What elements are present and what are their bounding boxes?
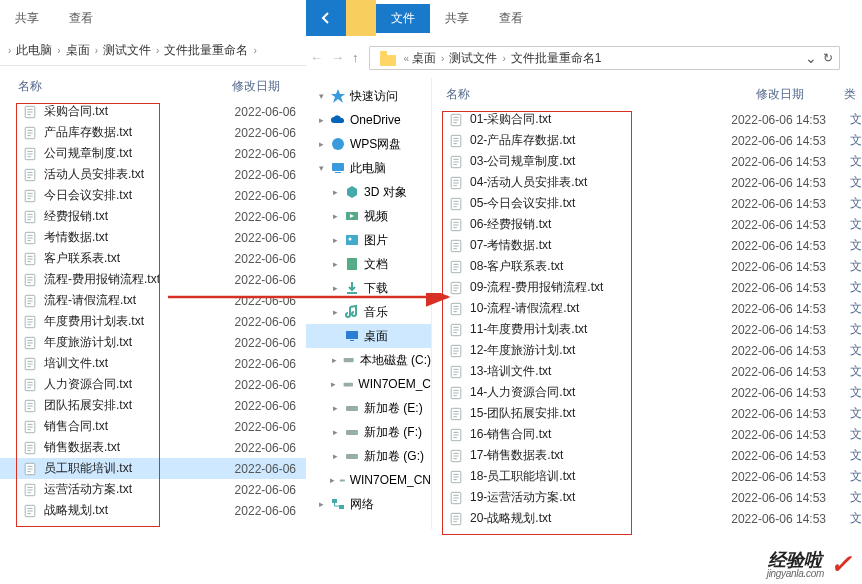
file-row[interactable]: 10-流程-请假流程.txt2022-06-06 14:53文 bbox=[432, 298, 862, 319]
expand-icon[interactable]: ▸ bbox=[330, 187, 340, 197]
breadcrumb-right[interactable]: « 桌面 › 测试文件 › 文件批量重命名1 ⌄ ↻ bbox=[369, 46, 841, 70]
expand-icon[interactable]: ▸ bbox=[330, 403, 340, 413]
tree-item-pc[interactable]: ▾此电脑 bbox=[306, 156, 431, 180]
file-row[interactable]: 考情数据.txt2022-06-06 bbox=[0, 227, 306, 248]
file-row[interactable]: 员工职能培训.txt2022-06-06 bbox=[0, 458, 306, 479]
col-name[interactable]: 名称 bbox=[18, 78, 42, 95]
expand-icon[interactable]: ▸ bbox=[330, 355, 338, 365]
expand-icon[interactable]: ▸ bbox=[330, 283, 340, 293]
tree-item-disk[interactable]: ▸新加卷 (G:) bbox=[306, 444, 431, 468]
col-date[interactable]: 修改日期 bbox=[232, 78, 300, 95]
file-row[interactable]: 经费报销.txt2022-06-06 bbox=[0, 206, 306, 227]
expand-icon[interactable]: ▸ bbox=[316, 139, 326, 149]
file-row[interactable]: 今日会议安排.txt2022-06-06 bbox=[0, 185, 306, 206]
tab-file[interactable]: 文件 bbox=[376, 4, 430, 33]
tree-item-disk[interactable]: ▸WIN7OEM_C bbox=[306, 372, 431, 396]
file-row[interactable]: 08-客户联系表.txt2022-06-06 14:53文 bbox=[432, 256, 862, 277]
crumb-testfolder[interactable]: 测试文件 bbox=[448, 50, 498, 67]
file-row[interactable]: 07-考情数据.txt2022-06-06 14:53文 bbox=[432, 235, 862, 256]
tree-item-disk[interactable]: ▸本地磁盘 (C:) bbox=[306, 348, 431, 372]
file-row[interactable]: 人力资源合同.txt2022-06-06 bbox=[0, 374, 306, 395]
back-button[interactable] bbox=[306, 0, 346, 36]
file-row[interactable]: 流程-费用报销流程.txt2022-06-06 bbox=[0, 269, 306, 290]
file-row[interactable]: 11-年度费用计划表.txt2022-06-06 14:53文 bbox=[432, 319, 862, 340]
crumb-testfolder[interactable]: 测试文件 bbox=[102, 42, 152, 59]
file-row[interactable]: 培训文件.txt2022-06-06 bbox=[0, 353, 306, 374]
file-row[interactable]: 客户联系表.txt2022-06-06 bbox=[0, 248, 306, 269]
expand-icon[interactable]: ▾ bbox=[316, 91, 326, 101]
tab-share[interactable]: 共享 bbox=[0, 4, 54, 33]
tree-item-doc[interactable]: ▸文档 bbox=[306, 252, 431, 276]
crumb-desktop[interactable]: 桌面 bbox=[411, 50, 437, 67]
file-row[interactable]: 销售数据表.txt2022-06-06 bbox=[0, 437, 306, 458]
file-row[interactable]: 活动人员安排表.txt2022-06-06 bbox=[0, 164, 306, 185]
tree-item-star[interactable]: ▾快速访问 bbox=[306, 84, 431, 108]
file-row[interactable]: 战略规划.txt2022-06-06 bbox=[0, 500, 306, 521]
tree-item-music[interactable]: ▸音乐 bbox=[306, 300, 431, 324]
file-row[interactable]: 运营活动方案.txt2022-06-06 bbox=[0, 479, 306, 500]
col-date[interactable]: 修改日期 bbox=[756, 86, 834, 103]
expand-icon[interactable]: ▸ bbox=[330, 475, 335, 485]
file-row[interactable]: 18-员工职能培训.txt2022-06-06 14:53文 bbox=[432, 466, 862, 487]
dropdown-icon[interactable]: ⌄ bbox=[805, 50, 817, 66]
file-row[interactable]: 19-运营活动方案.txt2022-06-06 14:53文 bbox=[432, 487, 862, 508]
tree-item-wps[interactable]: ▸WPS网盘 bbox=[306, 132, 431, 156]
crumb-desktop[interactable]: 桌面 bbox=[65, 42, 91, 59]
tree-item-net[interactable]: ▸网络 bbox=[306, 492, 431, 516]
expand-icon[interactable]: ▸ bbox=[330, 235, 340, 245]
tree-item-desktop[interactable]: 桌面 bbox=[306, 324, 431, 348]
nav-forward[interactable]: → bbox=[327, 50, 348, 65]
expand-icon[interactable]: ▾ bbox=[316, 163, 326, 173]
tree-item-disk[interactable]: ▸新加卷 (F:) bbox=[306, 420, 431, 444]
file-row[interactable]: 12-年度旅游计划.txt2022-06-06 14:53文 bbox=[432, 340, 862, 361]
file-row[interactable]: 产品库存数据.txt2022-06-06 bbox=[0, 122, 306, 143]
col-name[interactable]: 名称 bbox=[446, 86, 470, 103]
tree-item-cloud[interactable]: ▸OneDrive bbox=[306, 108, 431, 132]
file-row[interactable]: 09-流程-费用报销流程.txt2022-06-06 14:53文 bbox=[432, 277, 862, 298]
file-row[interactable]: 公司规章制度.txt2022-06-06 bbox=[0, 143, 306, 164]
expand-icon[interactable]: ▸ bbox=[330, 259, 340, 269]
file-row[interactable]: 团队拓展安排.txt2022-06-06 bbox=[0, 395, 306, 416]
crumb-batch1[interactable]: 文件批量重命名1 bbox=[510, 50, 603, 67]
col-type[interactable]: 类 bbox=[834, 86, 856, 103]
nav-back[interactable]: ← bbox=[306, 50, 327, 65]
nav-up[interactable]: ↑ bbox=[348, 50, 363, 65]
file-row[interactable]: 销售合同.txt2022-06-06 bbox=[0, 416, 306, 437]
tree-item-disk[interactable]: ▸新加卷 (E:) bbox=[306, 396, 431, 420]
expand-icon[interactable]: ▸ bbox=[316, 499, 326, 509]
file-row[interactable]: 20-战略规划.txt2022-06-06 14:53文 bbox=[432, 508, 862, 529]
expand-icon[interactable]: ▸ bbox=[316, 115, 326, 125]
file-row[interactable]: 05-今日会议安排.txt2022-06-06 14:53文 bbox=[432, 193, 862, 214]
expand-icon[interactable]: ▸ bbox=[330, 427, 340, 437]
file-row[interactable]: 17-销售数据表.txt2022-06-06 14:53文 bbox=[432, 445, 862, 466]
file-row[interactable]: 01-采购合同.txt2022-06-06 14:53文 bbox=[432, 109, 862, 130]
file-row[interactable]: 14-人力资源合同.txt2022-06-06 14:53文 bbox=[432, 382, 862, 403]
refresh-icon[interactable]: ↻ bbox=[823, 51, 833, 65]
expand-icon[interactable]: ▸ bbox=[330, 307, 340, 317]
tree-item-disk[interactable]: ▸WIN7OEM_CN bbox=[306, 468, 431, 492]
tab-view[interactable]: 查看 bbox=[54, 4, 108, 33]
file-row[interactable]: 年度旅游计划.txt2022-06-06 bbox=[0, 332, 306, 353]
file-row[interactable]: 03-公司规章制度.txt2022-06-06 14:53文 bbox=[432, 151, 862, 172]
file-row[interactable]: 02-产品库存数据.txt2022-06-06 14:53文 bbox=[432, 130, 862, 151]
file-row[interactable]: 年度费用计划表.txt2022-06-06 bbox=[0, 311, 306, 332]
file-row[interactable]: 04-活动人员安排表.txt2022-06-06 14:53文 bbox=[432, 172, 862, 193]
file-row[interactable]: 流程-请假流程.txt2022-06-06 bbox=[0, 290, 306, 311]
file-name: 10-流程-请假流程.txt bbox=[470, 300, 579, 317]
tree-item-pic[interactable]: ▸图片 bbox=[306, 228, 431, 252]
file-row[interactable]: 13-培训文件.txt2022-06-06 14:53文 bbox=[432, 361, 862, 382]
expand-icon[interactable]: ▸ bbox=[330, 211, 340, 221]
tab-view[interactable]: 查看 bbox=[484, 4, 538, 33]
tree-item-3d[interactable]: ▸3D 对象 bbox=[306, 180, 431, 204]
tree-item-video[interactable]: ▸视频 bbox=[306, 204, 431, 228]
expand-icon[interactable]: ▸ bbox=[330, 379, 338, 389]
crumb-thispc[interactable]: 此电脑 bbox=[15, 42, 53, 59]
file-row[interactable]: 06-经费报销.txt2022-06-06 14:53文 bbox=[432, 214, 862, 235]
crumb-batch[interactable]: 文件批量重命名 bbox=[163, 42, 249, 59]
tab-share[interactable]: 共享 bbox=[430, 4, 484, 33]
file-row[interactable]: 15-团队拓展安排.txt2022-06-06 14:53文 bbox=[432, 403, 862, 424]
expand-icon[interactable]: ▸ bbox=[330, 451, 340, 461]
file-row[interactable]: 采购合同.txt2022-06-06 bbox=[0, 101, 306, 122]
file-row[interactable]: 16-销售合同.txt2022-06-06 14:53文 bbox=[432, 424, 862, 445]
tree-item-dl[interactable]: ▸下载 bbox=[306, 276, 431, 300]
